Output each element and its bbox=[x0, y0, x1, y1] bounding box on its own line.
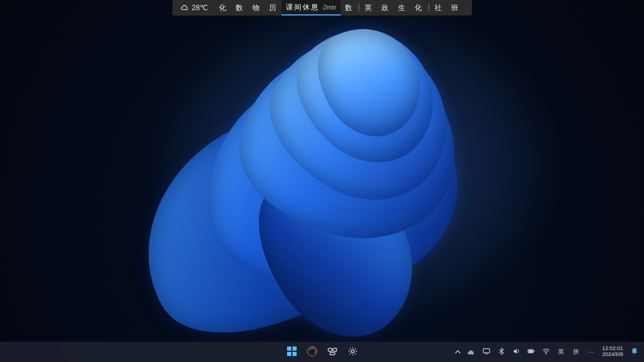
period-biology[interactable]: 生 bbox=[394, 0, 411, 16]
network-tray[interactable] bbox=[482, 347, 491, 357]
svg-point-8 bbox=[351, 350, 354, 353]
battery-icon bbox=[527, 347, 535, 357]
screen-icon bbox=[482, 347, 491, 357]
period-politics[interactable]: 政 bbox=[377, 0, 394, 16]
current-period-label: 课间休息 bbox=[286, 2, 319, 13]
settings-app[interactable] bbox=[344, 344, 361, 360]
battery-tray[interactable] bbox=[526, 347, 536, 357]
period-english[interactable]: 英 bbox=[360, 0, 377, 16]
svg-rect-3 bbox=[292, 352, 297, 356]
current-period-remaining: -2min bbox=[322, 4, 337, 11]
period-break-current[interactable]: 课间休息 -2min bbox=[282, 0, 341, 16]
task-view-icon bbox=[327, 346, 338, 358]
windows-icon bbox=[286, 346, 297, 358]
period-chemistry-2[interactable]: 化 bbox=[411, 0, 427, 16]
period-history[interactable]: 历 bbox=[265, 0, 282, 16]
bloom-graphic bbox=[98, 27, 528, 337]
volume-icon bbox=[512, 347, 520, 357]
clock-date: 2024/6/8 bbox=[602, 352, 623, 358]
svg-rect-7 bbox=[330, 352, 335, 355]
period-club[interactable]: 社 bbox=[430, 0, 447, 16]
svg-point-13 bbox=[546, 354, 547, 355]
taskbar: 英 拼 ⋯ 12:02:01 2024/6/8 bbox=[0, 342, 644, 362]
ime-lang-2[interactable]: 拼 bbox=[571, 347, 581, 357]
schedule-divider-1 bbox=[359, 4, 359, 12]
bluetooth-tray[interactable] bbox=[497, 347, 506, 357]
task-view-button[interactable] bbox=[324, 344, 341, 360]
svg-rect-1 bbox=[292, 346, 297, 351]
weather-widget[interactable]: 28℃ bbox=[180, 3, 207, 13]
taskbar-clock[interactable]: 12:02:01 2024/6/8 bbox=[601, 346, 624, 358]
system-tray: 英 拼 ⋯ 12:02:01 2024/6/8 bbox=[454, 346, 639, 358]
cloud-tray-icon bbox=[467, 347, 476, 357]
bluetooth-icon bbox=[497, 347, 506, 357]
desktop-wallpaper[interactable] bbox=[0, 0, 644, 362]
period-math-1[interactable]: 数 bbox=[232, 0, 248, 16]
class-schedule-bar[interactable]: 28℃ 化 数 物 历 课间休息 -2min 数 英 政 生 化 社 班 bbox=[172, 0, 472, 16]
gear-icon bbox=[347, 346, 358, 358]
volume-tray[interactable] bbox=[511, 347, 521, 357]
svg-rect-9 bbox=[483, 349, 490, 353]
svg-rect-0 bbox=[287, 346, 291, 351]
weather-temp: 28℃ bbox=[192, 4, 207, 12]
start-button[interactable] bbox=[284, 344, 300, 360]
tray-overflow-chevron[interactable] bbox=[454, 347, 461, 357]
svg-rect-5 bbox=[328, 348, 332, 351]
wifi-icon bbox=[542, 347, 550, 357]
obs-app[interactable] bbox=[304, 344, 321, 360]
schedule-divider-2 bbox=[429, 4, 429, 12]
period-chemistry-1[interactable]: 化 bbox=[215, 0, 232, 16]
bell-icon bbox=[630, 347, 639, 357]
taskbar-center-apps bbox=[284, 344, 361, 360]
period-math-2[interactable]: 数 bbox=[341, 0, 358, 16]
onedrive-tray[interactable] bbox=[467, 347, 476, 357]
period-physics[interactable]: 物 bbox=[248, 0, 265, 16]
ime-lang-1[interactable]: 英 bbox=[556, 347, 566, 357]
ime-extra[interactable]: ⋯ bbox=[586, 347, 596, 357]
svg-rect-12 bbox=[534, 351, 534, 352]
svg-rect-11 bbox=[529, 350, 533, 352]
cloud-icon bbox=[180, 3, 189, 13]
notification-center[interactable] bbox=[630, 347, 639, 357]
wifi-tray[interactable] bbox=[541, 347, 551, 357]
period-class-meeting[interactable]: 班 bbox=[447, 0, 464, 16]
circle-app-icon bbox=[307, 346, 318, 358]
svg-rect-6 bbox=[333, 348, 337, 351]
svg-rect-2 bbox=[287, 352, 291, 356]
